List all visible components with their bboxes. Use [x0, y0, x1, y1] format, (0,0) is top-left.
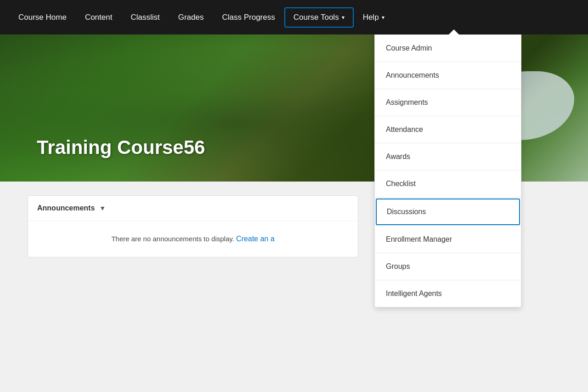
nav-item-help[interactable]: Help▾ — [354, 7, 394, 28]
nav-item-class-progress[interactable]: Class Progress — [213, 7, 284, 28]
hero-title: Training Course56 — [37, 136, 205, 159]
dropdown-item-assignments[interactable]: Assignments — [375, 89, 521, 116]
dropdown-item-announcements[interactable]: Announcements — [375, 62, 521, 89]
dropdown-item-discussions[interactable]: Discussions — [376, 199, 520, 225]
nav-label-class-progress: Class Progress — [222, 13, 275, 22]
nav-item-content[interactable]: Content — [76, 7, 122, 28]
nav-item-course-tools[interactable]: Course Tools▾ — [284, 7, 354, 28]
dropdown-label-attendance: Attendance — [386, 125, 423, 134]
dropdown-label-checklist: Checklist — [386, 180, 416, 188]
widget-header: Announcements ▼ — [28, 196, 358, 221]
nav-label-course-home: Course Home — [18, 13, 67, 22]
dropdown-label-enrollment-manager: Enrollment Manager — [386, 235, 452, 244]
dropdown-label-announcements: Announcements — [386, 71, 439, 80]
dropdown-item-groups[interactable]: Groups — [375, 253, 521, 280]
dropdown-label-course-admin: Course Admin — [386, 44, 432, 52]
nav-item-classlist[interactable]: Classlist — [121, 7, 169, 28]
dropdown-label-intelligent-agents: Intelligent Agents — [386, 290, 442, 298]
dropdown-label-awards: Awards — [386, 153, 410, 161]
navbar: Course HomeContentClasslistGradesClass P… — [0, 0, 588, 34]
dropdown-item-enrollment-manager[interactable]: Enrollment Manager — [375, 226, 521, 253]
dropdown-item-intelligent-agents[interactable]: Intelligent Agents — [375, 280, 521, 307]
dropdown-label-assignments: Assignments — [386, 98, 428, 107]
nav-item-grades[interactable]: Grades — [169, 7, 213, 28]
announcements-widget: Announcements ▼ There are no announcemen… — [28, 195, 358, 257]
dropdown-item-awards[interactable]: Awards — [375, 143, 521, 170]
chevron-down-icon: ▾ — [382, 14, 384, 21]
nav-label-content: Content — [85, 13, 113, 22]
dropdown-item-attendance[interactable]: Attendance — [375, 116, 521, 143]
nav-label-classlist: Classlist — [130, 13, 159, 22]
dropdown-item-checklist[interactable]: Checklist — [375, 170, 521, 198]
nav-label-grades: Grades — [178, 13, 204, 22]
create-announcement-link[interactable]: Create an a — [236, 235, 275, 243]
dropdown-item-course-admin[interactable]: Course Admin — [375, 35, 521, 62]
nav-label-course-tools: Course Tools — [294, 13, 339, 22]
course-tools-dropdown: Course AdminAnnouncementsAssignmentsAtte… — [374, 34, 521, 307]
dropdown-arrow — [448, 29, 459, 35]
dropdown-label-groups: Groups — [386, 262, 410, 271]
widget-title: Announcements — [37, 204, 95, 212]
chevron-down-icon: ▾ — [342, 14, 345, 21]
dropdown-inner: Course AdminAnnouncementsAssignmentsAtte… — [375, 35, 521, 307]
announcements-chevron-icon[interactable]: ▼ — [99, 205, 106, 212]
no-announcements-text: There are no announcements to display. — [111, 235, 236, 243]
nav-item-course-home[interactable]: Course Home — [9, 7, 76, 28]
nav-label-help: Help — [363, 13, 379, 22]
widget-body: There are no announcements to display. C… — [28, 221, 358, 257]
dropdown-label-discussions: Discussions — [387, 208, 426, 216]
